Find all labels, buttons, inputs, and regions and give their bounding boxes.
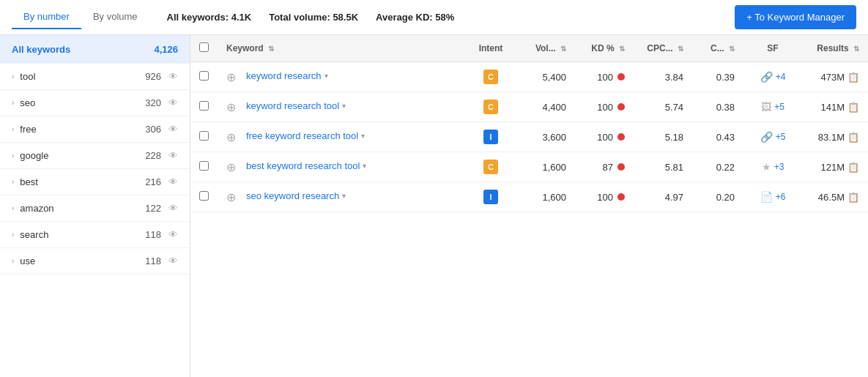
dropdown-arrow-icon[interactable]: ▾	[324, 72, 328, 80]
eye-icon[interactable]: 👁	[168, 255, 178, 266]
add-keyword-button[interactable]: ⊕	[226, 160, 236, 174]
keyword-name-row: seo keyword research ▾	[246, 190, 346, 201]
row-checkbox-3[interactable]	[199, 161, 209, 171]
select-all-checkbox[interactable]	[199, 42, 209, 52]
row-intent-cell: C	[465, 62, 516, 92]
row-volume-cell: 1,600	[516, 152, 575, 182]
th-keyword[interactable]: Keyword ⇅	[218, 35, 465, 62]
results-doc-icon: 📋	[847, 72, 859, 83]
keyword-text-block: keyword research tool ▾	[246, 100, 346, 111]
eye-icon[interactable]: 👁	[168, 124, 178, 135]
table-row: ⊕ best keyword research tool ▾ C 1,600 8…	[190, 152, 868, 182]
keyword-link[interactable]: keyword research	[246, 70, 322, 81]
sidebar-item-amazon[interactable]: › amazon 122 👁	[0, 195, 190, 222]
th-kd[interactable]: KD % ⇅	[575, 35, 634, 62]
kd-value: 100	[597, 192, 613, 203]
eye-icon[interactable]: 👁	[168, 97, 178, 108]
sidebar-item-name: amazon	[20, 203, 53, 214]
eye-icon[interactable]: 👁	[168, 203, 178, 214]
sf-count[interactable]: +5	[776, 132, 786, 142]
eye-icon[interactable]: 👁	[168, 176, 178, 187]
sf-count[interactable]: +4	[776, 72, 786, 82]
results-cell-content: 141M 📋	[811, 102, 859, 113]
results-cell-content: 121M 📋	[811, 162, 859, 173]
sf-cell-content: 🔗 +4	[752, 71, 793, 83]
sf-count[interactable]: +5	[774, 102, 784, 112]
th-c[interactable]: C... ⇅	[692, 35, 743, 62]
dropdown-arrow-icon[interactable]: ▾	[361, 132, 365, 140]
keyword-table: Keyword ⇅ Intent Vol... ⇅ KD % ⇅	[190, 35, 868, 212]
keyword-name-row: free keyword research tool ▾	[246, 130, 365, 141]
results-sort-icon[interactable]: ⇅	[853, 45, 859, 53]
eye-icon[interactable]: 👁	[168, 229, 178, 240]
sf-feature-icon: 🔗	[760, 71, 773, 83]
tab-by-number[interactable]: By number	[12, 5, 81, 29]
row-kd-cell: 87	[575, 152, 634, 182]
keyword-link[interactable]: seo keyword research	[246, 190, 339, 201]
row-checkbox-2[interactable]	[199, 131, 209, 141]
sf-count[interactable]: +3	[774, 162, 784, 172]
sidebar-all-keywords-label: All keywords	[12, 44, 70, 55]
cpc-sort-icon[interactable]: ⇅	[678, 45, 683, 53]
row-kd-cell: 100	[575, 62, 634, 92]
results-doc-icon: 📋	[847, 102, 859, 113]
sidebar-item-name: seo	[20, 97, 35, 108]
tab-by-volume[interactable]: By volume	[81, 5, 149, 29]
row-checkbox-4[interactable]	[199, 191, 209, 201]
row-sf-cell: 🔗 +4	[743, 62, 802, 92]
row-intent-cell: C	[465, 152, 516, 182]
row-checkbox-1[interactable]	[199, 101, 209, 111]
add-keyword-button[interactable]: ⊕	[226, 130, 236, 144]
sidebar-item-free[interactable]: › free 306 👁	[0, 116, 190, 143]
keyword-sort-icon[interactable]: ⇅	[268, 45, 274, 53]
sidebar-item-left-use: › use	[12, 255, 35, 266]
volume-sort-icon[interactable]: ⇅	[560, 45, 566, 53]
sidebar-item-left-best: › best	[12, 176, 38, 187]
th-volume[interactable]: Vol... ⇅	[516, 35, 575, 62]
dropdown-arrow-icon[interactable]: ▾	[342, 192, 346, 200]
sidebar-item-left-tool: › tool	[12, 71, 35, 82]
results-doc-icon: 📋	[847, 132, 859, 143]
th-sf[interactable]: SF	[743, 35, 802, 62]
results-doc-icon: 📋	[847, 192, 859, 203]
sidebar-item-search[interactable]: › search 118 👁	[0, 222, 190, 248]
to-keyword-manager-button[interactable]: + To Keyword Manager	[735, 5, 856, 29]
sidebar-item-best[interactable]: › best 216 👁	[0, 169, 190, 195]
kd-sort-icon[interactable]: ⇅	[619, 45, 625, 53]
sidebar-item-google[interactable]: › google 228 👁	[0, 143, 190, 169]
sidebar-item-tool[interactable]: › tool 926 👁	[0, 64, 190, 90]
top-bar: By number By volume All keywords: 4.1K T…	[0, 0, 868, 35]
kd-value: 87	[603, 162, 613, 173]
keyword-link[interactable]: keyword research tool	[246, 100, 339, 111]
keyword-cell-content: ⊕ free keyword research tool ▾	[226, 130, 456, 144]
chevron-icon: ›	[12, 178, 14, 186]
sidebar-all-keywords-header[interactable]: All keywords 4,126	[0, 35, 190, 64]
tabs: By number By volume	[12, 5, 149, 29]
dropdown-arrow-icon[interactable]: ▾	[342, 102, 346, 110]
results-cell-content: 46.5M 📋	[811, 192, 859, 203]
sidebar-item-seo[interactable]: › seo 320 👁	[0, 90, 190, 116]
add-keyword-button[interactable]: ⊕	[226, 100, 236, 114]
add-keyword-button[interactable]: ⊕	[226, 70, 236, 84]
row-results-cell: 46.5M 📋	[802, 182, 868, 212]
th-intent: Intent	[465, 35, 516, 62]
th-cpc[interactable]: CPC... ⇅	[634, 35, 692, 62]
row-checkbox-cell	[190, 122, 218, 152]
stat-avg-kd-value: 58%	[435, 12, 454, 23]
th-keyword-label: Keyword	[226, 43, 264, 53]
row-results-cell: 83.1M 📋	[802, 122, 868, 152]
c-sort-icon[interactable]: ⇅	[729, 45, 735, 53]
eye-icon[interactable]: 👁	[168, 71, 178, 82]
add-keyword-button[interactable]: ⊕	[226, 190, 236, 204]
row-checkbox-0[interactable]	[199, 71, 209, 81]
th-results[interactable]: Results ⇅	[802, 35, 868, 62]
stat-avg-kd: Average KD: 58%	[376, 12, 454, 23]
keyword-table-area: Keyword ⇅ Intent Vol... ⇅ KD % ⇅	[190, 35, 868, 377]
sf-count[interactable]: +6	[776, 192, 786, 202]
chevron-icon: ›	[12, 231, 14, 239]
sidebar-item-use[interactable]: › use 118 👁	[0, 248, 190, 275]
dropdown-arrow-icon[interactable]: ▾	[363, 162, 366, 170]
keyword-link[interactable]: free keyword research tool	[246, 130, 358, 141]
eye-icon[interactable]: 👁	[168, 150, 178, 161]
keyword-link[interactable]: best keyword research tool	[246, 160, 360, 171]
